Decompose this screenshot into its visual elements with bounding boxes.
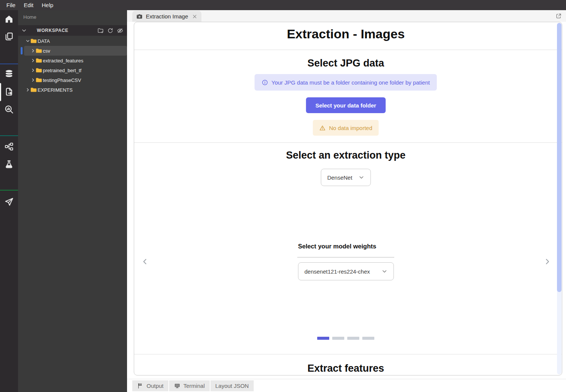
folder-icon xyxy=(36,68,42,73)
graph-nodes-icon[interactable] xyxy=(4,142,14,151)
type-section-heading: Select an extraction type xyxy=(134,150,557,161)
tree-item-experiments[interactable]: EXPERIMENTS xyxy=(18,85,127,95)
close-icon[interactable] xyxy=(192,14,197,19)
open-external-icon[interactable] xyxy=(555,13,562,19)
extraction-type-dropdown[interactable]: DenseNet xyxy=(321,169,371,186)
menu-help[interactable]: Help xyxy=(38,0,58,10)
selection-indicator xyxy=(21,47,23,54)
app-window: File Edit Help xyxy=(0,0,566,392)
info-banner-text: Your JPG data must be a folder containin… xyxy=(271,79,430,86)
bottom-panel-bar: Output Terminal Layout JSON xyxy=(127,379,566,392)
home-icon[interactable] xyxy=(4,14,14,24)
chevron-right-icon[interactable] xyxy=(31,68,35,73)
scrollbar-thumb[interactable] xyxy=(557,23,561,292)
tab-label: Layout JSON xyxy=(215,383,249,389)
chevron-right-icon[interactable] xyxy=(31,58,35,63)
tree-item-label: pretrained_bert_tf xyxy=(43,68,82,73)
carousel-dot-4[interactable] xyxy=(362,337,374,340)
tree-item-data[interactable]: DATA xyxy=(18,36,127,46)
divider xyxy=(297,257,394,257)
menu-edit[interactable]: Edit xyxy=(20,0,38,10)
model-weights-dropdown[interactable]: densenet121-res224-chex xyxy=(298,262,394,280)
carousel-prev-button[interactable] xyxy=(141,257,149,266)
warning-chip: No data imported xyxy=(313,120,378,136)
divider xyxy=(0,135,18,136)
flag-icon xyxy=(137,383,144,389)
tab-output[interactable]: Output xyxy=(132,380,168,391)
extract-section-heading: Extract features xyxy=(134,363,557,374)
workspace-header[interactable]: WORKSPACE xyxy=(18,25,127,36)
info-icon xyxy=(262,79,268,86)
refresh-icon[interactable] xyxy=(107,27,114,34)
explorer-home-label: Home xyxy=(23,14,36,20)
tab-strip: Extraction Image xyxy=(127,10,566,22)
extraction-type-value: DenseNet xyxy=(327,174,353,181)
chevron-down-icon xyxy=(358,174,364,180)
chevron-right-icon[interactable] xyxy=(31,48,35,53)
search-analytics-icon[interactable] xyxy=(4,104,14,114)
tab-label: Extraction Image xyxy=(146,13,188,20)
activity-bar xyxy=(0,10,18,392)
chevron-down-icon[interactable] xyxy=(21,28,27,33)
menu-file[interactable]: File xyxy=(2,0,20,10)
jpg-section-heading: Select JPG data xyxy=(134,58,557,69)
eye-off-icon[interactable] xyxy=(117,27,123,34)
tree-item-label: EXPERIMENTS xyxy=(38,87,73,93)
page-title: Extraction - Images xyxy=(134,27,557,41)
carousel-dot-3[interactable] xyxy=(347,337,359,340)
tab-terminal[interactable]: Terminal xyxy=(169,380,210,391)
folder-icon xyxy=(36,77,42,83)
new-folder-icon[interactable] xyxy=(97,27,104,34)
workspace-label: WORKSPACE xyxy=(37,28,68,33)
camera-icon xyxy=(136,13,143,20)
send-icon[interactable] xyxy=(4,197,14,207)
info-banner: Your JPG data must be a folder containin… xyxy=(254,74,437,91)
tree-item-label: extracted_features xyxy=(43,58,83,64)
divider xyxy=(134,50,562,50)
folder-icon xyxy=(36,48,42,53)
divider xyxy=(0,64,18,64)
active-indicator xyxy=(0,83,1,101)
tree-item-testingphasecsv[interactable]: testingPhaseCSV xyxy=(18,75,127,85)
tree-item-csv[interactable]: csv xyxy=(24,46,127,56)
tab-label: Terminal xyxy=(183,383,205,389)
monitor-icon xyxy=(174,383,180,389)
tab-label: Output xyxy=(147,383,163,389)
divider xyxy=(134,354,562,354)
tree-item-label: csv xyxy=(43,48,50,54)
copy-icon[interactable] xyxy=(4,32,14,41)
file-export-icon[interactable] xyxy=(4,87,14,97)
warning-icon xyxy=(319,125,325,131)
select-data-folder-button[interactable]: Select your data folder xyxy=(306,97,386,113)
model-weights-value: densenet121-res224-chex xyxy=(304,268,370,275)
tree-item-extracted-features[interactable]: extracted_features xyxy=(18,56,127,65)
warning-text: No data imported xyxy=(329,125,372,131)
editor-area: Extraction Image Extraction - Images Sel… xyxy=(127,10,566,392)
divider xyxy=(0,190,18,191)
carousel-next-button[interactable] xyxy=(543,257,551,266)
extraction-panel: Extraction - Images Select JPG data Your… xyxy=(134,22,562,375)
flask-icon[interactable] xyxy=(4,159,14,169)
carousel-dot-1[interactable] xyxy=(317,337,329,340)
panel-content: Extraction - Images Select JPG data Your… xyxy=(134,22,557,375)
tab-extraction-image[interactable]: Extraction Image xyxy=(132,11,201,22)
tree-item-pretrained-bert-tf[interactable]: pretrained_bert_tf xyxy=(18,65,127,75)
file-explorer: Home WORKSPACE xyxy=(18,10,127,392)
folder-icon xyxy=(30,38,37,44)
divider xyxy=(134,142,562,143)
explorer-home[interactable]: Home xyxy=(18,10,127,24)
workspace-tree: DATA csv extracted_features xyxy=(18,36,127,95)
menu-bar: File Edit Help xyxy=(0,0,566,10)
database-icon[interactable] xyxy=(4,69,14,79)
model-weights-label: Select your model weights xyxy=(298,243,376,250)
folder-icon xyxy=(30,87,37,92)
carousel-dot-2[interactable] xyxy=(332,337,344,340)
chevron-down-icon[interactable] xyxy=(26,39,30,43)
chevron-down-icon xyxy=(381,268,387,274)
chevron-right-icon[interactable] xyxy=(26,88,30,92)
tree-item-label: DATA xyxy=(38,38,50,44)
folder-icon xyxy=(36,58,42,63)
tab-layout-json[interactable]: Layout JSON xyxy=(210,380,254,391)
tree-item-label: testingPhaseCSV xyxy=(43,77,81,83)
chevron-right-icon[interactable] xyxy=(31,78,35,82)
